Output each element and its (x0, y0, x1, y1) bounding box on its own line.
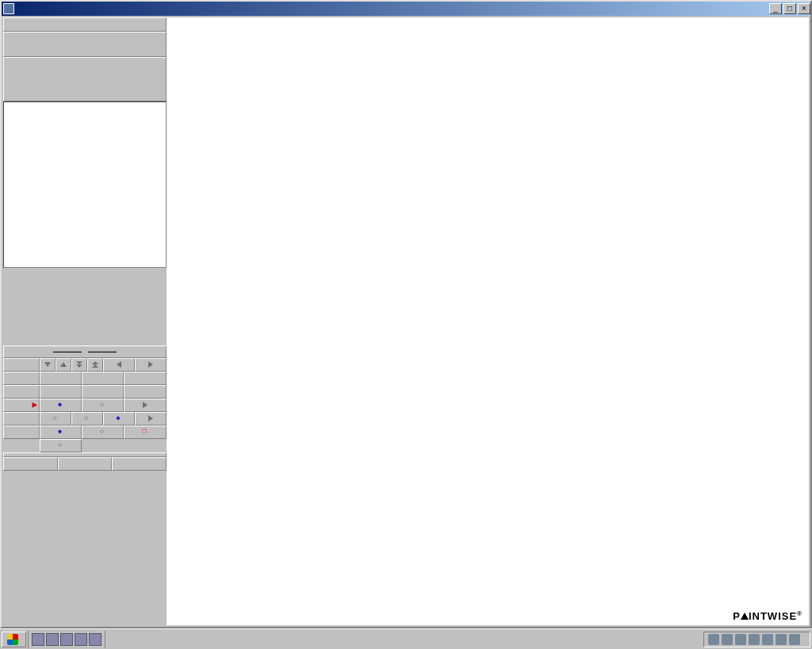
svg-marker-3 (76, 365, 82, 368)
tray-icon[interactable] (776, 634, 787, 645)
gridgen-window: _ □ × (0, 0, 812, 628)
svg-marker-9 (148, 415, 153, 422)
quicklaunch-icon[interactable] (60, 633, 73, 646)
titlebar[interactable]: _ □ × (2, 2, 810, 16)
block-list[interactable] (3, 101, 167, 268)
button-grid: ▶ ◆ ◇ ◇ ◇ ◆ ◆ ◇ □ (3, 358, 167, 471)
svg-marker-6 (117, 361, 121, 368)
page-inbox-button[interactable] (40, 385, 82, 399)
svg-marker-5 (92, 365, 98, 368)
tray-icon[interactable] (789, 634, 800, 645)
svg-marker-2 (76, 361, 82, 365)
abort-button[interactable] (112, 457, 167, 471)
set-off-button[interactable]: ◇ (40, 412, 71, 426)
section-title (3, 345, 167, 358)
pick-all-button[interactable] (40, 372, 82, 385)
scroll-down-icon[interactable] (40, 358, 56, 372)
quicklaunch-icon[interactable] (75, 633, 87, 646)
svg-marker-0 (44, 362, 51, 367)
start-button[interactable] (2, 632, 26, 647)
client-area: ▶ ◆ ◇ ◇ ◇ ◆ ◆ ◇ □ (3, 17, 809, 625)
scroll-right-icon[interactable] (135, 358, 167, 372)
system-tray (703, 632, 810, 647)
scroll-left-icon[interactable] (103, 358, 135, 372)
sort-num-button[interactable]: ◆ (40, 426, 82, 439)
brand-bar (3, 17, 167, 32)
sort-rev-button[interactable]: □ (124, 426, 167, 439)
app-icon (3, 3, 14, 14)
tray-icon[interactable] (762, 634, 773, 645)
sort-name-button[interactable]: ◇ (82, 426, 124, 439)
tray-icon[interactable] (722, 634, 733, 645)
prompt-box (3, 57, 167, 101)
window-buttons: _ □ × (768, 3, 810, 14)
svg-marker-1 (60, 362, 67, 367)
page-label (3, 385, 40, 399)
set-toggle-button[interactable]: ◆ (103, 412, 135, 426)
maximize-icon[interactable]: □ (783, 3, 796, 14)
page-onbox-button[interactable] (82, 385, 124, 399)
page-bytext-button[interactable] (124, 385, 167, 399)
quick-launch (28, 631, 105, 648)
svg-marker-8 (143, 402, 147, 408)
pick-label (3, 372, 40, 385)
set-right-icon[interactable] (135, 412, 167, 426)
scroll-top-icon[interactable] (87, 358, 103, 372)
quicklaunch-icon[interactable] (46, 633, 59, 646)
done-button[interactable] (3, 457, 58, 471)
close-icon[interactable]: × (798, 3, 810, 14)
scroll-label (3, 358, 40, 372)
get-first-button[interactable]: ◆ (40, 399, 82, 412)
minimize-icon[interactable]: _ (769, 3, 782, 14)
pick-none-button[interactable] (82, 372, 124, 385)
sortby-label (3, 426, 40, 439)
mesh-svg (167, 17, 809, 625)
pointwise-logo: PINTWISE® (733, 610, 802, 622)
scroll-up-icon[interactable] (56, 358, 71, 372)
tray-icon[interactable] (735, 634, 746, 645)
pick-toggle-button[interactable] (124, 372, 167, 385)
get-last-button[interactable]: ◇ (82, 399, 124, 412)
left-panel: ▶ ◆ ◇ ◇ ◇ ◆ ◆ ◇ □ (3, 17, 167, 625)
taskbar (0, 628, 812, 649)
sort-dim-button[interactable]: ◇ (40, 439, 82, 452)
get-right-icon[interactable] (124, 399, 167, 412)
help-button[interactable] (58, 457, 113, 471)
stats-box (3, 32, 167, 57)
scroll-bottom-icon[interactable] (71, 358, 87, 372)
svg-marker-7 (148, 361, 153, 368)
windows-logo-icon (7, 634, 18, 645)
quicklaunch-icon[interactable] (32, 633, 44, 646)
quicklaunch-icon[interactable] (89, 633, 102, 646)
tray-icon[interactable] (708, 634, 719, 645)
setto-label (3, 412, 40, 426)
set-on-button[interactable]: ◇ (71, 412, 103, 426)
svg-marker-4 (92, 361, 98, 365)
get-button[interactable]: ▶ (3, 399, 40, 412)
viewport[interactable]: PINTWISE® (167, 17, 809, 625)
tray-icon[interactable] (749, 634, 760, 645)
